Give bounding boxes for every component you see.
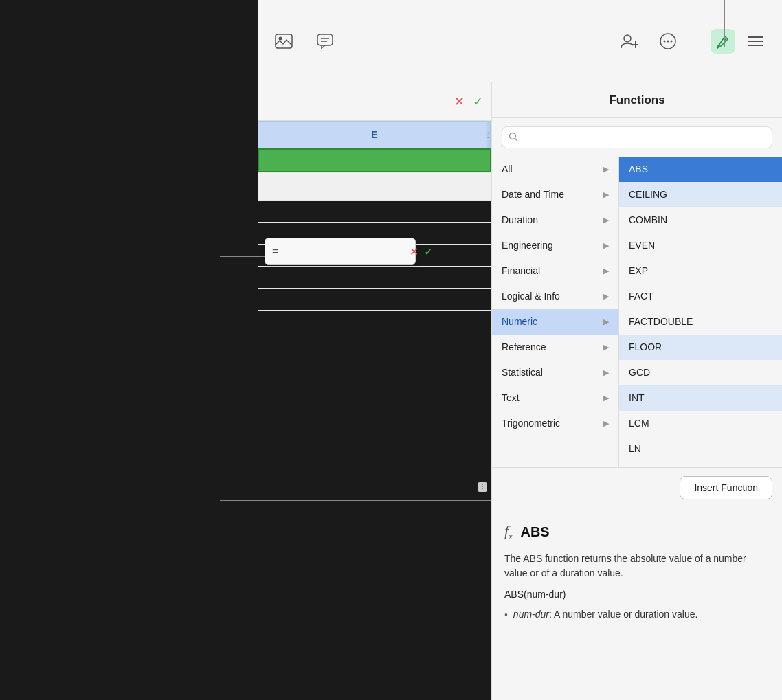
function-item-floor[interactable]: FLOOR — [619, 335, 782, 360]
progress-cell[interactable] — [258, 148, 491, 172]
more-icon[interactable] — [656, 29, 680, 54]
param-text: num-dur: A number value or duration valu… — [513, 607, 698, 622]
function-item-log[interactable]: LOG — [619, 462, 782, 467]
function-item-abs[interactable]: ABS — [619, 157, 782, 182]
grid-cell[interactable] — [258, 332, 491, 354]
category-chevron: ▶ — [603, 343, 609, 352]
grid-cell[interactable] — [258, 267, 491, 288]
function-item-factdouble[interactable]: FACTDOUBLE — [619, 309, 782, 335]
formula-confirm-button[interactable]: ✓ — [424, 245, 433, 258]
formula-bar: ✕ ✓ — [258, 82, 491, 121]
category-item-date-time[interactable]: Date and Time▶ — [492, 182, 618, 207]
grid-cell[interactable] — [258, 398, 491, 420]
grid-cell[interactable] — [258, 311, 491, 332]
function-item-combin[interactable]: COMBIN — [619, 207, 782, 233]
category-label: Numeric — [502, 316, 537, 327]
column-header-e[interactable]: E — [258, 121, 491, 148]
search-icon — [509, 132, 518, 144]
table-row — [258, 173, 491, 201]
confirm-button[interactable]: ✓ — [473, 94, 483, 109]
svg-line-17 — [515, 138, 518, 141]
brush-icon[interactable] — [711, 29, 735, 54]
category-label: All — [502, 163, 513, 174]
category-item-statistical[interactable]: Statistical▶ — [492, 360, 618, 385]
svg-point-9 — [663, 40, 665, 42]
menu-icon[interactable] — [744, 29, 768, 54]
insert-function-button[interactable]: Insert Function — [680, 476, 772, 499]
svg-point-10 — [667, 40, 669, 42]
function-item-even[interactable]: EVEN — [619, 233, 782, 258]
category-label: Logical & Info — [502, 291, 560, 302]
category-chevron: ▶ — [603, 419, 609, 428]
category-item-reference[interactable]: Reference▶ — [492, 335, 618, 360]
functions-panel: Functions All▶Date and Time▶Duration▶Eng… — [491, 82, 782, 700]
function-item-lcm[interactable]: LCM — [619, 411, 782, 436]
function-name-label: ABS — [520, 524, 549, 540]
category-label: Reference — [502, 341, 546, 352]
table-row — [258, 148, 491, 173]
search-box — [502, 126, 772, 148]
image-icon[interactable] — [271, 29, 296, 54]
row-resize-handle[interactable]: ⋮ — [478, 482, 487, 492]
category-chevron: ▶ — [603, 190, 609, 199]
category-chevron: ▶ — [603, 165, 609, 174]
svg-point-11 — [670, 40, 672, 42]
svg-point-5 — [624, 35, 631, 42]
function-item-exp[interactable]: EXP — [619, 258, 782, 284]
category-label: Engineering — [502, 240, 553, 251]
col-resize-handle[interactable] — [485, 122, 491, 148]
svg-point-1 — [279, 36, 282, 40]
category-item-trigonometric[interactable]: Trigonometric▶ — [492, 411, 618, 436]
category-item-text[interactable]: Text▶ — [492, 385, 618, 411]
formula-input[interactable] — [284, 246, 404, 257]
table-row — [258, 332, 491, 354]
category-label: Trigonometric — [502, 418, 560, 429]
grid-cell[interactable] — [258, 201, 491, 222]
grid-cell[interactable] — [258, 289, 491, 310]
add-user-icon[interactable] — [617, 29, 642, 54]
svg-rect-2 — [317, 34, 333, 45]
search-input[interactable] — [502, 126, 772, 148]
category-label: Statistical — [502, 367, 543, 378]
category-chevron: ▶ — [603, 216, 609, 225]
function-description-header: fx ABS — [504, 522, 770, 542]
function-item-fact[interactable]: FACT — [619, 284, 782, 309]
category-item-numeric[interactable]: Numeric▶ — [492, 309, 618, 335]
category-list: All▶Date and Time▶Duration▶Engineering▶F… — [492, 157, 619, 467]
category-chevron: ▶ — [603, 241, 609, 250]
toolbar — [258, 0, 782, 82]
grid-cell[interactable] — [258, 354, 491, 376]
toolbar-center — [617, 29, 680, 54]
param-item: ●num-dur: A number value or duration val… — [504, 607, 770, 622]
category-chevron: ▶ — [603, 394, 609, 403]
category-label: Text — [502, 392, 520, 403]
function-params: ●num-dur: A number value or duration val… — [504, 607, 770, 622]
svg-rect-0 — [276, 34, 292, 48]
category-item-all[interactable]: All▶ — [492, 157, 618, 182]
function-item-int[interactable]: INT — [619, 385, 782, 411]
category-item-financial[interactable]: Financial▶ — [492, 258, 618, 284]
category-chevron: ▶ — [603, 368, 609, 377]
grid-cell[interactable] — [258, 173, 491, 200]
col-e-label: E — [371, 129, 377, 140]
comment-icon[interactable] — [313, 29, 337, 54]
category-label: Date and Time — [502, 189, 564, 200]
function-browser: All▶Date and Time▶Duration▶Engineering▶F… — [492, 157, 782, 467]
toolbar-left — [271, 29, 337, 54]
column-header-row: E — [258, 121, 491, 148]
category-label: Duration — [502, 214, 538, 225]
cancel-button[interactable]: ✕ — [454, 94, 465, 109]
function-item-ln[interactable]: LN — [619, 436, 782, 462]
table-row — [258, 289, 491, 311]
category-item-logical[interactable]: Logical & Info▶ — [492, 284, 618, 309]
annotation-line-2 — [220, 337, 265, 337]
category-item-duration[interactable]: Duration▶ — [492, 207, 618, 233]
toolbar-right — [711, 29, 768, 54]
grid-cell[interactable] — [258, 376, 491, 398]
table-row — [258, 354, 491, 376]
formula-cancel-button[interactable]: ✕ — [410, 245, 418, 258]
function-item-ceiling[interactable]: CEILING — [619, 182, 782, 207]
function-item-gcd[interactable]: GCD — [619, 360, 782, 385]
category-item-engineering[interactable]: Engineering▶ — [492, 233, 618, 258]
table-row — [258, 267, 491, 289]
